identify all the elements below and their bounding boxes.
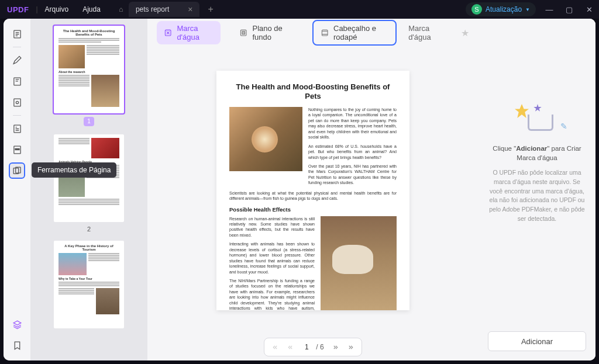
right-panel: ✎ Clique "Adicionar" para Criar Marca d'… [478, 19, 595, 360]
favorite-icon[interactable]: ★ [461, 27, 469, 39]
svg-rect-12 [322, 30, 328, 36]
paragraph: Research on human-animal interactions is… [229, 216, 315, 238]
document-tab[interactable]: pets report × [129, 2, 200, 17]
svg-rect-6 [15, 148, 19, 150]
menu-file[interactable]: Arquivo [38, 5, 76, 13]
prev-page-button[interactable] [283, 340, 297, 354]
page-thumbnail-2[interactable]: Animals Helping People [54, 134, 124, 222]
header-footer-icon [321, 27, 329, 38]
user-avatar: S [471, 4, 482, 15]
bookmark-icon[interactable] [9, 337, 25, 353]
tool-label: Plano de fundo [252, 24, 293, 41]
svg-rect-2 [13, 99, 20, 106]
page-navigation: / 6 [147, 334, 478, 360]
separator [13, 47, 21, 47]
svg-point-3 [16, 101, 18, 103]
tool-label: Cabeçalho e rodapé [333, 24, 388, 41]
paragraph: The NIH/Mars Partnership is funding a ra… [229, 278, 315, 310]
page-thumbnail-3[interactable]: A Key Phase in the History of Tourism Wh… [54, 241, 124, 328]
page-tools-icon[interactable] [9, 162, 25, 179]
dropdown-icon: ▼ [525, 7, 530, 12]
redact-tool-icon[interactable] [9, 141, 25, 158]
page-number: 2 [37, 226, 140, 233]
app-frame: Ferramentas de Página The Health and Moo… [4, 19, 595, 360]
page-badge: 1 [84, 117, 94, 126]
paragraph: Scientists are looking at what the poten… [229, 190, 397, 202]
header-footer-tab[interactable]: Cabeçalho e rodapé [312, 20, 397, 46]
home-tab[interactable]: ⌂ [113, 0, 129, 19]
separator [13, 115, 21, 116]
tooltip: Ferramentas de Página [32, 162, 116, 178]
last-page-button[interactable] [344, 340, 358, 354]
document-page: The Health and Mood-Boosting Benefits of… [216, 71, 409, 310]
add-button[interactable]: Adicionar [488, 331, 586, 351]
page-input[interactable] [298, 343, 315, 351]
paragraph: Interacting with animals has been shown … [229, 241, 315, 275]
close-tab-icon[interactable]: × [188, 5, 192, 14]
watermark-icon [164, 27, 172, 38]
document-viewport[interactable]: The Health and Mood-Boosting Benefits of… [147, 47, 478, 334]
paragraph: Over the past 10 years, NIH has partnere… [308, 164, 397, 186]
form-tool-icon[interactable] [9, 120, 25, 137]
page-tools-toolbar: Marca d'água Plano de fundo Cabeçalho e … [147, 19, 478, 47]
panel-description: O UPDF não pôde localizar uma marca d'ág… [488, 168, 586, 224]
page-thumbnail-1[interactable]: The Health and Mood-Boosting Benefits of… [54, 26, 124, 113]
cat-image [229, 107, 302, 171]
tool-label: Marca d'água [177, 24, 214, 41]
ocr-tool-icon[interactable] [9, 94, 25, 110]
paragraph: An estimated 68% of U.S. households have… [308, 144, 397, 160]
background-tab[interactable]: Plano de fundo [232, 21, 300, 44]
svg-rect-11 [242, 32, 245, 34]
upgrade-label: Atualização [486, 5, 522, 13]
maximize-button[interactable]: ▢ [559, 5, 579, 14]
new-tab-button[interactable]: + [204, 4, 216, 15]
empty-state-illustration: ✎ [488, 98, 586, 139]
paragraph: Nothing compares to the joy of coming ho… [308, 107, 397, 140]
first-page-button[interactable] [268, 340, 282, 354]
tab-title: pets report [136, 5, 169, 13]
dog-cat-image [321, 216, 397, 310]
reader-tool-icon[interactable] [9, 26, 25, 42]
next-page-button[interactable] [329, 340, 343, 354]
doc-title: The Health and Mood-Boosting Benefits of… [229, 82, 397, 102]
close-button[interactable]: ✕ [579, 5, 599, 14]
tabs: ⌂ pets report × + [113, 0, 217, 19]
center-area: Marca d'água Plano de fundo Cabeçalho e … [147, 19, 478, 360]
layers-icon[interactable] [9, 316, 25, 332]
app-logo: UPDF [0, 5, 36, 14]
watermark-tab[interactable]: Marca d'água [157, 21, 221, 44]
minimize-button[interactable]: — [539, 5, 559, 14]
menu-help[interactable]: Ajuda [75, 5, 108, 13]
doc-subheading: Possible Health Effects [229, 206, 397, 213]
background-icon [239, 27, 247, 38]
title-bar: UPDF | Arquivo Ajuda ⌂ pets report × + S… [0, 0, 599, 19]
comment-tool-icon[interactable] [9, 52, 25, 68]
thumbnails-panel: The Health and Mood-Boosting Benefits of… [30, 19, 147, 360]
svg-rect-1 [13, 78, 20, 85]
edit-tool-icon[interactable] [9, 73, 25, 89]
panel-instruction: Clique "Adicionar" para Criar Marca d'ág… [488, 144, 586, 162]
left-toolbar: Ferramentas de Página [4, 19, 30, 360]
page-total: / 6 [316, 343, 327, 351]
upgrade-badge[interactable]: S Atualização ▼ [466, 2, 536, 16]
panel-title: Marca d'água [408, 24, 446, 41]
